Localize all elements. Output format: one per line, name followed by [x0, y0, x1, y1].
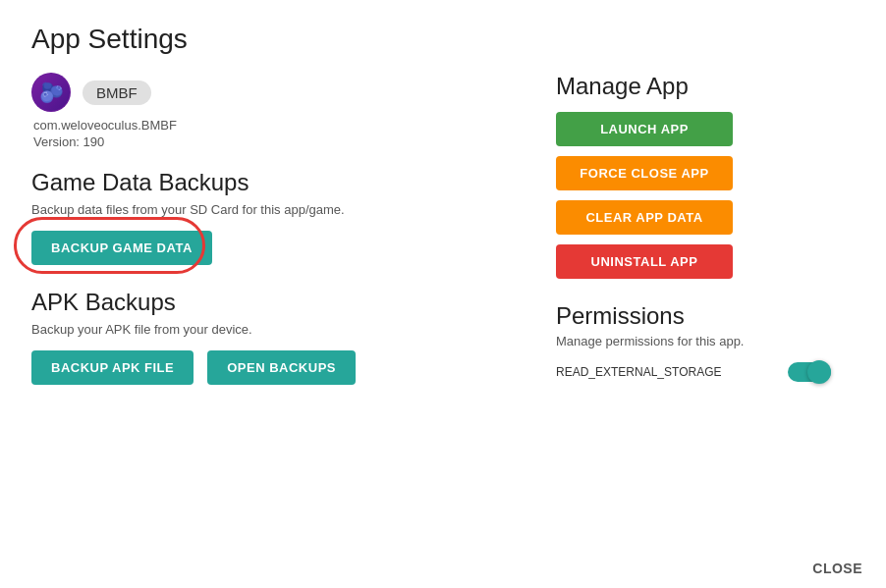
game-data-backups-section: Game Data Backups Backup data files from…: [31, 169, 509, 265]
app-icon-inner: 🫐: [32, 74, 70, 111]
permissions-desc: Manage permissions for this app.: [556, 334, 855, 348]
left-column: 🫐 BMBF com.weloveoculus.BMBF Version: 19…: [31, 73, 540, 564]
game-data-backups-desc: Backup data files from your SD Card for …: [31, 202, 509, 217]
manage-app-title: Manage App: [556, 73, 855, 100]
apk-backups-section: APK Backups Backup your APK file from yo…: [31, 289, 509, 385]
permission-row: READ_EXTERNAL_STORAGE: [556, 360, 831, 384]
app-icon: 🫐: [31, 73, 71, 112]
manage-app-buttons: LAUNCH APP FORCE CLOSE APP CLEAR APP DAT…: [556, 112, 855, 279]
game-data-backups-title: Game Data Backups: [31, 169, 509, 196]
permissions-title: Permissions: [556, 302, 855, 330]
app-version: Version: 190: [33, 134, 509, 149]
permissions-section: Permissions Manage permissions for this …: [556, 302, 855, 384]
backup-game-data-button[interactable]: BACKUP GAME DATA: [31, 231, 212, 265]
app-icon-emoji: 🫐: [39, 80, 64, 104]
app-name-badge: BMBF: [83, 80, 151, 105]
uninstall-app-button[interactable]: UNINSTALL APP: [556, 244, 733, 279]
apk-buttons: BACKUP APK FILE OPEN BACKUPS: [31, 350, 509, 385]
app-info: 🫐 BMBF: [31, 73, 509, 112]
page-title: App Settings: [31, 24, 855, 55]
permission-name: READ_EXTERNAL_STORAGE: [556, 365, 722, 379]
close-button[interactable]: CLOSE: [812, 561, 862, 576]
app-settings-page: App Settings 🫐 BMBF com.weloveoculus.BMB…: [0, 0, 886, 588]
app-package: com.weloveoculus.BMBF: [33, 118, 509, 133]
apk-backups-title: APK Backups: [31, 289, 509, 316]
backup-btn-wrapper: BACKUP GAME DATA: [31, 231, 212, 265]
right-column: Manage App LAUNCH APP FORCE CLOSE APP CL…: [540, 73, 855, 564]
open-backups-button[interactable]: OPEN BACKUPS: [207, 350, 356, 385]
toggle-thumb: [807, 360, 831, 384]
main-content: 🫐 BMBF com.weloveoculus.BMBF Version: 19…: [31, 73, 855, 564]
clear-app-data-button[interactable]: CLEAR APP DATA: [556, 200, 733, 235]
permission-toggle[interactable]: [788, 360, 831, 384]
apk-backups-desc: Backup your APK file from your device.: [31, 322, 509, 337]
launch-app-button[interactable]: LAUNCH APP: [556, 112, 733, 146]
force-close-app-button[interactable]: FORCE CLOSE APP: [556, 156, 733, 190]
backup-apk-file-button[interactable]: BACKUP APK FILE: [31, 350, 194, 385]
manage-app-section: Manage App LAUNCH APP FORCE CLOSE APP CL…: [556, 73, 855, 279]
